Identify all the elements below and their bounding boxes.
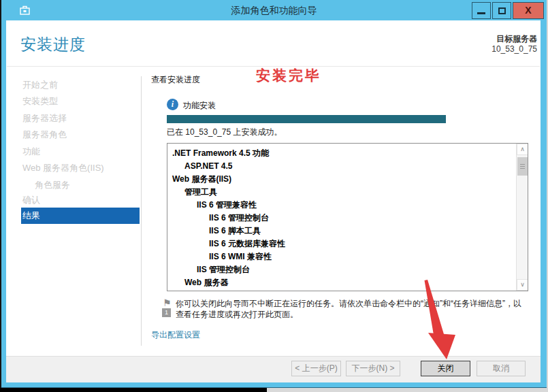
- export-config-link[interactable]: 导出配置设置: [151, 329, 200, 341]
- close-wizard-note: 你可以关闭此向导而不中断正在运行的任务。请依次单击命令栏中的“通知”和“任务详细…: [176, 298, 543, 320]
- minimize-button[interactable]: [472, 2, 491, 19]
- sidebar-item-before-begin: 开始之前: [21, 77, 140, 93]
- list-item: 常见 HTTP 功能: [167, 289, 515, 291]
- view-progress-label: 查看安装进度: [151, 74, 200, 86]
- list-item: ASP.NET 4.5: [167, 160, 515, 173]
- list-item: .NET Framework 4.5 功能: [167, 147, 515, 160]
- install-success-message: 已在 10_53_0_75 上安装成功。: [167, 127, 282, 138]
- scrollbar-thumb[interactable]: [517, 157, 528, 176]
- sidebar-item-web-server-role: Web 服务器角色(IIS): [21, 160, 140, 176]
- list-item: IIS 6 元数据库兼容性: [167, 238, 515, 250]
- window-title: 添加角色和功能向导: [1, 0, 547, 20]
- installed-features-list: .NET Framework 4.5 功能 ASP.NET 4.5 Web 服务…: [167, 143, 528, 291]
- sidebar-item-server-selection: 服务器选择: [21, 110, 140, 127]
- notification-count-badge: 1: [162, 308, 171, 317]
- feature-install-label: 功能安装: [183, 100, 216, 112]
- list-item: IIS 6 管理控制台: [167, 212, 515, 225]
- sidebar-item-features: 功能: [21, 144, 140, 160]
- list-item: IIS 管理控制台: [167, 263, 515, 276]
- note-line-2: 查看任务进度或再次打开此页面。: [176, 309, 543, 320]
- scroll-down-icon[interactable]: ∨: [517, 279, 528, 291]
- scroll-up-icon[interactable]: ∧: [517, 144, 528, 155]
- maximize-button[interactable]: [492, 2, 511, 19]
- page-title: 安装进度: [20, 34, 86, 55]
- sidebar-item-confirmation: 确认: [21, 192, 140, 208]
- target-server: 目标服务器 10_53_0_75: [491, 34, 537, 54]
- scrollbar[interactable]: ∧ ∨: [516, 144, 528, 291]
- list-item: Web 服务器(IIS): [167, 173, 515, 186]
- sidebar-item-install-type: 安装类型: [21, 93, 140, 110]
- desktop-taskbar-strip: [0, 388, 267, 392]
- sidebar-item-server-roles: 服务器角色: [21, 127, 140, 143]
- cancel-button[interactable]: 取消: [477, 361, 526, 376]
- target-server-value: 10_53_0_75: [491, 44, 537, 54]
- sidebar-divider: [141, 76, 142, 346]
- previous-button[interactable]: < 上一步(P): [291, 361, 341, 376]
- close-icon: X: [525, 5, 531, 16]
- server-manager-icon: [19, 4, 31, 16]
- progress-fill: [167, 115, 446, 123]
- feature-rows: .NET Framework 4.5 功能 ASP.NET 4.5 Web 服务…: [167, 147, 515, 291]
- maximize-icon: [498, 7, 506, 14]
- titlebar: 添加角色和功能向导 X: [1, 0, 547, 20]
- close-button[interactable]: 关闭: [421, 361, 470, 376]
- sidebar-item-results[interactable]: 结果: [21, 208, 140, 224]
- next-button[interactable]: 下一步(N) >: [346, 361, 400, 376]
- list-item: Web 服务器: [167, 276, 515, 289]
- list-item: IIS 6 脚本工具: [167, 225, 515, 238]
- close-window-button[interactable]: X: [513, 2, 544, 19]
- list-item: IIS 6 管理兼容性: [167, 199, 515, 212]
- target-server-label: 目标服务器: [491, 34, 537, 44]
- minimize-icon: [477, 12, 485, 14]
- list-item: 管理工具: [167, 186, 515, 199]
- info-icon: i: [167, 99, 178, 110]
- sidebar-item-role-services: 角色服务: [21, 177, 140, 193]
- notification-flag-icon: ⚑: [163, 297, 172, 308]
- progress-bar: [167, 115, 446, 123]
- list-item: IIS 6 WMI 兼容性: [167, 250, 515, 263]
- note-line-1: 你可以关闭此向导而不中断正在运行的任务。请依次单击命令栏中的“通知”和“任务详细…: [176, 298, 543, 309]
- annotation-install-complete: 安装完毕: [256, 66, 321, 85]
